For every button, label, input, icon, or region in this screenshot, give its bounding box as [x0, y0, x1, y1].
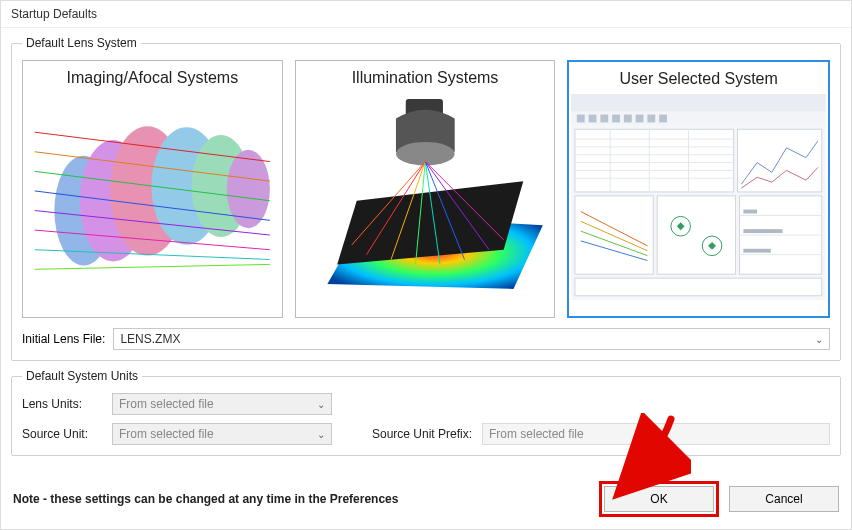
lens-option-cards: Imaging/Afocal Systems [22, 60, 830, 318]
source-unit-label: Source Unit: [22, 427, 112, 441]
svg-rect-23 [612, 115, 620, 123]
dialog-content: Default Lens System Imaging/Afocal Syste… [1, 28, 851, 471]
svg-rect-22 [601, 115, 609, 123]
lens-card-imaging[interactable]: Imaging/Afocal Systems [22, 60, 283, 318]
svg-rect-39 [575, 196, 653, 274]
svg-rect-26 [648, 115, 656, 123]
chevron-down-icon: ⌄ [317, 429, 325, 440]
default-system-units-group: Default System Units Lens Units: From se… [11, 369, 841, 456]
svg-rect-19 [571, 112, 826, 126]
lens-units-value: From selected file [119, 397, 214, 411]
svg-rect-27 [659, 115, 667, 123]
svg-rect-25 [636, 115, 644, 123]
svg-rect-24 [624, 115, 632, 123]
lens-card-illumination-illustration [298, 93, 553, 315]
source-unit-combo[interactable]: From selected file ⌄ [112, 423, 332, 445]
lens-units-label: Lens Units: [22, 397, 112, 411]
svg-rect-51 [744, 210, 758, 214]
lens-units-combo[interactable]: From selected file ⌄ [112, 393, 332, 415]
chevron-down-icon: ⌄ [815, 334, 823, 345]
chevron-down-icon: ⌄ [317, 399, 325, 410]
default-system-units-legend: Default System Units [22, 369, 142, 383]
svg-rect-21 [589, 115, 597, 123]
footer-note: Note - these settings can be changed at … [13, 492, 589, 506]
initial-lens-file-label: Initial Lens File: [22, 332, 105, 346]
source-unit-prefix-value: From selected file [482, 423, 830, 445]
svg-point-5 [227, 150, 270, 228]
svg-rect-44 [658, 196, 736, 274]
dialog-footer: Note - these settings can be changed at … [1, 471, 851, 529]
default-lens-system-group: Default Lens System Imaging/Afocal Syste… [11, 36, 841, 361]
lens-card-user-selected-title: User Selected System [569, 62, 828, 92]
svg-rect-53 [744, 249, 771, 253]
svg-rect-54 [575, 278, 822, 296]
lens-card-imaging-title: Imaging/Afocal Systems [23, 61, 282, 91]
lens-card-illumination-title: Illumination Systems [296, 61, 555, 91]
cancel-button[interactable]: Cancel [729, 486, 839, 512]
units-grid: Lens Units: From selected file ⌄ Source … [22, 393, 830, 445]
ok-button[interactable]: OK [604, 486, 714, 512]
initial-lens-file-combo[interactable]: LENS.ZMX ⌄ [113, 328, 830, 350]
lens-card-illumination[interactable]: Illumination Systems [295, 60, 556, 318]
source-unit-prefix-label: Source Unit Prefix: [372, 427, 482, 441]
svg-rect-18 [571, 94, 826, 112]
startup-defaults-window: Startup Defaults Default Lens System Ima… [0, 0, 852, 530]
ok-button-highlight: OK [599, 481, 719, 517]
initial-lens-file-row: Initial Lens File: LENS.ZMX ⌄ [22, 328, 830, 350]
svg-rect-52 [744, 229, 783, 233]
lens-card-user-selected-illustration [571, 94, 826, 314]
window-title: Startup Defaults [1, 1, 851, 28]
lens-card-user-selected[interactable]: User Selected System [567, 60, 830, 318]
svg-rect-20 [577, 115, 585, 123]
source-unit-value: From selected file [119, 427, 214, 441]
lens-card-imaging-illustration [25, 93, 280, 315]
default-lens-system-legend: Default Lens System [22, 36, 141, 50]
initial-lens-file-value: LENS.ZMX [120, 332, 180, 346]
